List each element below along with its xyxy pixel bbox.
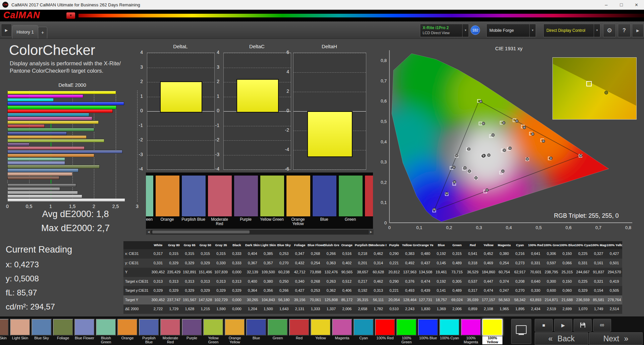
patch-button[interactable]: Blue	[246, 319, 266, 340]
table-cell: 0,329	[182, 259, 198, 268]
patch-button[interactable]: 100% Yellow	[482, 319, 502, 344]
scroll-right-icon[interactable]: ▶	[369, 230, 373, 234]
patch-button[interactable]: Light Skin	[10, 319, 30, 340]
table-cell: 244,667	[575, 268, 591, 277]
scrollbar-thumb[interactable]	[152, 230, 250, 233]
table-column-header: Dark Skin	[245, 241, 260, 249]
deltac-y-axis: 43210-1-2-3-4	[208, 53, 221, 169]
patch-button[interactable]: Magenta	[332, 319, 352, 340]
table-cell: 2,514	[606, 304, 622, 314]
patch-button-label: Orange	[117, 336, 138, 340]
strip-swatch[interactable]	[260, 175, 284, 217]
table-column-header: Yellow Green	[402, 241, 418, 249]
tab-history-1[interactable]: History 1	[12, 25, 38, 39]
brand-bar: CalMAN ▼	[0, 10, 644, 21]
scroll-left-icon[interactable]: ◀	[146, 230, 151, 234]
patch-button[interactable]: Cyan	[354, 319, 374, 340]
patch-button[interactable]: Moderate Red	[160, 319, 180, 344]
patch-button-label: Blue Sky	[32, 336, 52, 340]
patch-button[interactable]: Yellow Green	[203, 319, 223, 344]
right-panel-toggle-icon[interactable]: ▶	[632, 24, 644, 37]
patch-button[interactable]: Green	[268, 319, 288, 340]
table-cell: 0,208	[512, 277, 528, 286]
strip-scrollbar[interactable]: ◀ ▶	[146, 229, 374, 235]
table-cell: 0,374	[496, 277, 512, 286]
meter-dropdown[interactable]: X-Rite i1Pro 2 LCD Direct View ▼	[420, 24, 469, 37]
patch-button[interactable]: Orange Yellow	[225, 319, 245, 344]
table-cell: 102,729	[213, 295, 229, 305]
chevron-down-icon[interactable]: ▼	[529, 24, 536, 37]
table-cell: 0,218	[355, 249, 371, 259]
table-cell: 2,658	[355, 304, 371, 314]
table-cell: 1,337	[323, 304, 339, 314]
strip-swatch[interactable]	[234, 175, 258, 217]
cie-y-tick-label: 0,1	[381, 200, 387, 205]
table-column-header: Yellow	[481, 241, 496, 249]
chevron-down-icon[interactable]: ▼	[594, 24, 600, 37]
display-preview-button[interactable]	[511, 319, 531, 344]
source-dropdown[interactable]: Mobile Forge ▼	[486, 24, 536, 37]
display-control-dropdown[interactable]: Direct Display Control ▼	[543, 24, 600, 37]
back-button[interactable]: « Back	[535, 332, 588, 345]
table-cell: 0,329	[575, 286, 591, 295]
patch-button-swatch	[225, 319, 245, 336]
table-cell: 0,597	[544, 259, 559, 268]
page-description-line1: Display analysis is performed with the X…	[10, 60, 121, 67]
patch-button-label: 100% Red	[375, 336, 395, 340]
chevron-down-icon[interactable]: ▼	[462, 24, 469, 37]
strip-swatch[interactable]	[365, 175, 373, 217]
inset-target-square	[586, 81, 592, 86]
patch-button[interactable]: 100% Red	[375, 319, 395, 340]
patch-button[interactable]: 100% Cyan	[439, 319, 460, 340]
play-button-icon[interactable]: ▶	[554, 319, 572, 332]
strip-swatch[interactable]	[312, 175, 337, 217]
strip-swatch[interactable]	[146, 175, 154, 217]
patch-button[interactable]: Purple	[182, 319, 202, 340]
table-cell: 0,356	[260, 286, 276, 295]
patch-button[interactable]: Red	[289, 319, 309, 340]
table-cell: 18,757	[433, 295, 449, 305]
patch-button[interactable]: Purplish Blue	[139, 319, 159, 344]
help-icon[interactable]: ?	[618, 24, 631, 37]
patch-button[interactable]: 100% Green	[396, 319, 417, 344]
table-cell: 0,000	[229, 295, 245, 305]
deltae-bar	[7, 154, 94, 157]
stop-button-icon[interactable]: ■	[535, 319, 553, 332]
patch-button[interactable]: Blue Sky	[32, 319, 52, 340]
loop-button-icon[interactable]: ∞	[593, 319, 611, 332]
patch-button-swatch	[289, 319, 309, 336]
next-button[interactable]: Next »	[589, 332, 643, 345]
table-cell: 0,406	[339, 286, 355, 295]
patch-button[interactable]: Bluish Green	[96, 319, 116, 344]
minimize-button-icon[interactable]: –	[599, 0, 614, 10]
add-tab-button[interactable]: +	[38, 27, 47, 39]
maximize-button-icon[interactable]: □	[614, 0, 629, 10]
deltae-chart-title: DeltaE 2000	[7, 82, 137, 88]
table-cell: 2,434	[528, 304, 544, 314]
patch-button[interactable]: Blue Flower	[74, 319, 95, 340]
save-button[interactable]	[574, 319, 592, 332]
patch-button[interactable]: Dark Skin	[0, 319, 9, 340]
left-panel-toggle-icon[interactable]: ▶	[1, 24, 12, 37]
brand-dropdown-icon[interactable]: ▼	[66, 12, 75, 19]
table-cell: 109,500	[260, 268, 276, 277]
strip-swatch[interactable]	[286, 175, 311, 217]
patch-button[interactable]: 100% Magenta	[461, 319, 481, 344]
strip-swatch[interactable]	[338, 175, 363, 217]
patch-button[interactable]: Orange	[117, 319, 138, 340]
patch-button[interactable]: 100% Blue	[418, 319, 438, 340]
table-cell: 56,111	[371, 295, 386, 305]
max-de2000-stat: Max dE2000: 2,7	[3, 223, 148, 233]
close-button-icon[interactable]: ×	[629, 0, 644, 10]
table-cell: 1,333	[308, 304, 323, 314]
strip-swatch[interactable]	[155, 175, 180, 217]
table-cell: 70,601	[528, 268, 544, 277]
table-cell: 60,238	[276, 268, 292, 277]
strip-swatch[interactable]	[181, 175, 206, 217]
table-cell: 0,480	[418, 249, 433, 259]
patch-button[interactable]: Yellow	[311, 319, 331, 340]
settings-gear-icon[interactable]: ⚙	[603, 24, 616, 37]
patch-button[interactable]: Foliage	[53, 319, 73, 340]
strip-swatch[interactable]	[208, 175, 232, 217]
cie-x-tick-label: 0,4	[506, 225, 512, 230]
